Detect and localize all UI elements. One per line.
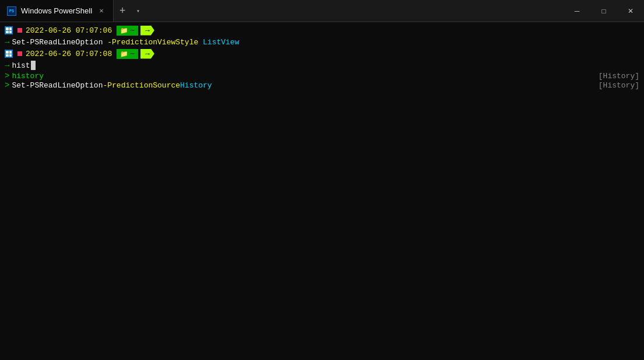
terminal-area[interactable]: 2022-06-26 07:07:06 📁 ~ → → Set-PSReadLi…: [0, 22, 644, 360]
tab-area: PS Windows PowerShell ✕ + ▾: [0, 0, 564, 22]
suggestion-row-2[interactable]: > Set-PSReadLineOption -PredictionSource…: [5, 81, 639, 90]
windows-logo-icon-2: [5, 50, 13, 58]
tab-close-button[interactable]: ✕: [97, 6, 106, 16]
history-badge-2: [History]: [599, 81, 639, 90]
arrow-box-2: →: [140, 49, 154, 59]
cmd-param-1: -PredictionViewStyle: [103, 38, 198, 47]
pink-square-1: [17, 28, 22, 33]
titlebar: PS Windows PowerShell ✕ + ▾ ─ □ ✕: [0, 0, 644, 22]
input-line: → hist: [5, 60, 639, 71]
tab-title: Windows PowerShell: [21, 6, 92, 15]
suggestion-cmd-2: Set-PSReadLineOption: [12, 81, 103, 90]
window-controls: ─ □ ✕: [564, 0, 644, 22]
close-button[interactable]: ✕: [617, 0, 644, 22]
pink-square-2: [17, 51, 22, 56]
maximize-button[interactable]: □: [590, 0, 617, 22]
cmd-value-1: ListView: [198, 38, 239, 47]
minimize-button[interactable]: ─: [564, 0, 590, 22]
typed-text: hist: [12, 61, 30, 70]
folder-icon-2: 📁: [120, 50, 128, 58]
prompt-arrow-2: →: [5, 61, 9, 70]
prompt-arrow-1: →: [5, 37, 9, 47]
folder-icon-1: 📁: [120, 27, 128, 34]
suggestion-arrow-2: >: [5, 81, 9, 90]
command-line-1: → Set-PSReadLineOption -PredictionViewSt…: [5, 36, 639, 48]
cmd-set-psreadline-1: Set-PSReadLineOption: [12, 38, 103, 47]
tab-dropdown-button[interactable]: ▾: [131, 4, 145, 18]
path-box-2: 📁 ~: [117, 49, 138, 59]
history-badge-1: [History]: [599, 72, 639, 81]
prompt-line-2: 2022-06-26 07:07:08 📁 ~ →: [5, 48, 639, 60]
suggestion-param-2: -PredictionSource: [103, 81, 180, 90]
windows-logo-icon-1: [5, 26, 13, 34]
suggestion-value-2: History: [180, 81, 212, 90]
datetime-1: 2022-06-26 07:07:06: [26, 26, 112, 35]
powershell-icon: PS: [7, 6, 16, 16]
datetime-2: 2022-06-26 07:07:08: [26, 50, 112, 58]
cursor: [31, 61, 36, 70]
suggestion-arrow-1: >: [5, 71, 9, 81]
active-tab[interactable]: PS Windows PowerShell ✕: [0, 0, 114, 22]
arrow-box-1: →: [140, 26, 154, 36]
prompt-line-1: 2022-06-26 07:07:06 📁 ~ →: [5, 25, 639, 36]
suggestion-history: history: [12, 72, 44, 81]
suggestion-row-1[interactable]: > history [History]: [5, 71, 639, 81]
path-box-1: 📁 ~: [117, 26, 138, 36]
new-tab-button[interactable]: +: [114, 2, 131, 20]
